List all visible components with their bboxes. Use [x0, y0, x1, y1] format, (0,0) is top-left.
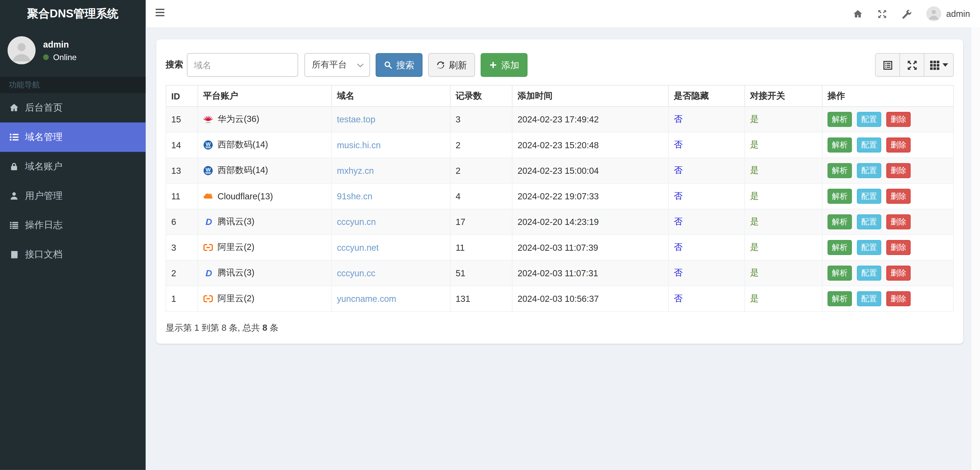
resolve-button[interactable]: 解析	[827, 214, 852, 230]
hidden-toggle-link[interactable]: 否	[674, 139, 682, 149]
cell-id: 3	[166, 235, 198, 260]
detail-view-view-button[interactable]	[875, 53, 900, 77]
resolve-button[interactable]: 解析	[827, 163, 852, 178]
config-button[interactable]: 配置	[857, 214, 881, 230]
delete-button[interactable]: 删除	[886, 138, 910, 152]
domain-link[interactable]: mxhyz.cn	[337, 166, 374, 176]
switch-toggle-link[interactable]: 是	[750, 242, 759, 252]
config-button[interactable]: 配置	[857, 291, 881, 306]
config-button[interactable]: 配置	[857, 163, 881, 178]
col-actions: 操作	[822, 85, 953, 106]
domain-link[interactable]: cccyun.cn	[337, 217, 376, 227]
cell-domain: testae.top	[331, 106, 450, 132]
resolve-button[interactable]: 解析	[827, 189, 852, 204]
delete-button[interactable]: 删除	[886, 163, 910, 178]
dnspod-icon: D	[203, 268, 213, 278]
sidebar-item-domains[interactable]: 域名管理	[0, 122, 146, 152]
cell-id: 13	[166, 158, 198, 183]
fullscreen-icon[interactable]	[878, 9, 887, 18]
hidden-toggle-link[interactable]: 否	[674, 268, 682, 278]
domain-link[interactable]: testae.top	[337, 114, 375, 124]
columns-view-button[interactable]	[924, 53, 954, 77]
add-button[interactable]: 添加	[480, 53, 527, 77]
cell-platform: D腾讯云(3)	[198, 260, 331, 286]
config-button[interactable]: 配置	[857, 240, 881, 255]
resolve-button[interactable]: 解析	[827, 265, 852, 281]
hidden-toggle-link[interactable]: 否	[674, 191, 682, 201]
sidebar-item-dashboard[interactable]: 后台首页	[0, 93, 146, 122]
sidebar-item-api-docs[interactable]: 接口文档	[0, 240, 146, 269]
cell-actions: 解析 配置 删除	[822, 286, 953, 311]
switch-toggle-link[interactable]: 是	[750, 165, 759, 175]
config-button[interactable]: 配置	[857, 265, 881, 281]
domain-link[interactable]: music.hi.cn	[337, 140, 380, 150]
refresh-icon	[436, 60, 445, 69]
switch-toggle-link[interactable]: 是	[750, 114, 759, 124]
domain-link[interactable]: 91she.cn	[337, 191, 372, 201]
cell-id: 1	[166, 286, 198, 311]
topbar-username: admin	[946, 9, 970, 19]
table-row: 14 W西部数码(14) music.hi.cn 2 2024-02-23 15…	[166, 132, 953, 158]
sidebar-item-label: 接口文档	[25, 249, 63, 260]
wrench-icon[interactable]	[902, 9, 911, 18]
delete-button[interactable]: 删除	[886, 265, 910, 281]
sidebar-item-logs[interactable]: 操作日志	[0, 211, 146, 240]
hidden-toggle-link[interactable]: 否	[674, 293, 682, 303]
cell-added-time: 2024-02-20 14:23:19	[512, 209, 668, 235]
cell-added-time: 2024-02-03 10:56:37	[512, 286, 668, 311]
config-button[interactable]: 配置	[857, 189, 881, 204]
chevron-down-icon	[357, 63, 364, 67]
resolve-button[interactable]: 解析	[827, 291, 852, 306]
domain-link[interactable]: cccyun.cc	[337, 268, 375, 278]
delete-button[interactable]: 删除	[886, 189, 910, 204]
resolve-button[interactable]: 解析	[827, 240, 852, 255]
resolve-button[interactable]: 解析	[827, 112, 852, 127]
switch-toggle-link[interactable]: 是	[750, 293, 759, 303]
delete-button[interactable]: 删除	[886, 291, 910, 306]
cell-domain: 91she.cn	[331, 184, 450, 209]
cell-switch: 是	[745, 106, 822, 132]
fullscreen-view-button[interactable]	[899, 53, 924, 77]
sidebar-toggle-button[interactable]	[156, 9, 164, 18]
resolve-button[interactable]: 解析	[827, 138, 852, 152]
cell-actions: 解析 配置 删除	[822, 106, 953, 132]
switch-toggle-link[interactable]: 是	[750, 268, 759, 278]
switch-toggle-link[interactable]: 是	[750, 191, 759, 201]
sidebar-item-accounts[interactable]: 域名账户	[0, 152, 146, 181]
sidebar-item-users[interactable]: 用户管理	[0, 181, 146, 211]
scrollbar[interactable]	[970, 28, 980, 470]
user-menu[interactable]: admin	[926, 6, 970, 21]
col-platform: 平台账户	[198, 85, 331, 106]
cell-switch: 是	[745, 286, 822, 311]
platform-select[interactable]: 所有平台	[304, 53, 370, 77]
sidebar-item-label: 操作日志	[25, 219, 63, 231]
refresh-button[interactable]: 刷新	[428, 53, 475, 77]
home-icon[interactable]	[853, 9, 862, 18]
search-button[interactable]: 搜索	[376, 53, 423, 77]
domain-search-input[interactable]	[187, 53, 298, 77]
config-button[interactable]: 配置	[857, 112, 881, 127]
topbar: admin	[146, 0, 980, 28]
switch-toggle-link[interactable]: 是	[750, 139, 759, 149]
book-icon	[10, 250, 19, 259]
search-icon	[383, 60, 392, 69]
delete-button[interactable]: 删除	[886, 214, 910, 230]
hidden-toggle-link[interactable]: 否	[674, 165, 682, 175]
hidden-toggle-link[interactable]: 否	[674, 216, 682, 226]
switch-toggle-link[interactable]: 是	[750, 216, 759, 226]
sidebar-item-label: 域名账户	[25, 160, 63, 172]
cell-records: 2	[450, 132, 512, 158]
cell-domain: cccyun.cc	[331, 260, 450, 286]
search-label: 搜索	[165, 59, 183, 71]
sidebar-user-panel: admin Online	[0, 28, 146, 71]
cell-records: 51	[450, 260, 512, 286]
delete-button[interactable]: 删除	[886, 240, 910, 255]
sidebar-item-label: 后台首页	[25, 102, 63, 114]
config-button[interactable]: 配置	[857, 138, 881, 152]
domain-link[interactable]: cccyun.net	[337, 243, 379, 252]
domain-link[interactable]: yuncname.com	[337, 294, 396, 303]
hidden-toggle-link[interactable]: 否	[674, 114, 682, 124]
hidden-toggle-link[interactable]: 否	[674, 242, 682, 252]
svg-text:W: W	[205, 167, 211, 173]
delete-button[interactable]: 删除	[886, 112, 910, 127]
